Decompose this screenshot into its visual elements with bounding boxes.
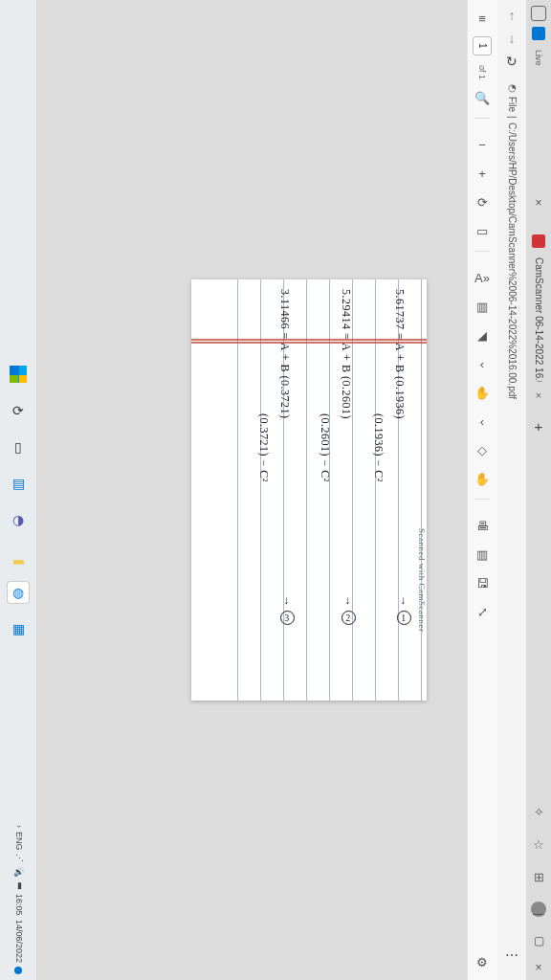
wifi-icon[interactable]: ⋰ bbox=[14, 854, 23, 862]
pdf-page: 5.61737 = A + B (0.1936) (0.1936) − C² →… bbox=[191, 279, 427, 701]
highlight-button[interactable]: ◢ bbox=[474, 326, 491, 344]
close-live-icon[interactable]: × bbox=[535, 196, 541, 210]
minimize-button[interactable]: — bbox=[533, 907, 544, 921]
print-button[interactable]: 🖶 bbox=[474, 517, 491, 534]
zoom-out-button[interactable]: − bbox=[474, 136, 491, 153]
edge-icon[interactable]: ◍ bbox=[8, 582, 29, 603]
notification-dot-icon[interactable] bbox=[14, 967, 22, 974]
page-number-input[interactable]: 1 bbox=[473, 36, 492, 56]
address-bar-area: ↑ ↓ ↻ ◔ File | C:/Users/HP/Desktop/CamSc… bbox=[497, 0, 526, 980]
erase-button[interactable]: ◇ bbox=[474, 441, 491, 458]
ask-copilot-button[interactable]: ✋ bbox=[474, 384, 491, 401]
fullscreen-button[interactable]: ⤢ bbox=[474, 603, 491, 620]
volume-icon[interactable]: 🔊 bbox=[14, 866, 23, 877]
url-sep: | bbox=[507, 116, 518, 119]
url-scheme: File bbox=[507, 97, 518, 112]
equation-1: 5.61737 = A + B (0.1936) bbox=[392, 289, 407, 419]
contents-button[interactable]: ≡ bbox=[474, 10, 491, 27]
refresh-button[interactable]: ↻ bbox=[506, 54, 518, 69]
read-aloud-button[interactable]: A» bbox=[474, 269, 491, 286]
equation-1b: (0.1936) − C² bbox=[371, 413, 386, 482]
system-tray[interactable]: › ENG ⋰ 🔊 ▮ 16:05 14/06/2022 bbox=[14, 825, 23, 974]
taskview-button[interactable]: ▯ bbox=[8, 436, 29, 457]
equation-2b: (0.2601) − C² bbox=[318, 413, 332, 482]
tab-favicon-icon bbox=[532, 234, 545, 248]
two-page-button[interactable]: ▥ bbox=[474, 298, 491, 315]
tab-title[interactable]: CamScanner 06-14-2022 16.00 bbox=[534, 257, 544, 382]
pdf-viewport[interactable]: 5.61737 = A + B (0.1936) (0.1936) − C² →… bbox=[36, 0, 467, 980]
teams-icon[interactable]: ◑ bbox=[8, 509, 29, 530]
settings-button[interactable]: ⚙ bbox=[474, 953, 491, 970]
url-path: C:/Users/HP/Desktop/CamScanner%2006-14-2… bbox=[507, 122, 518, 399]
clock-time[interactable]: 16:05 bbox=[14, 894, 23, 916]
equation-3: 3.11466 = A + B (0.3721) bbox=[277, 289, 292, 418]
close-window-button[interactable]: × bbox=[535, 961, 541, 974]
search-button[interactable]: ⟳ bbox=[8, 400, 29, 421]
clock-date[interactable]: 14/06/2022 bbox=[14, 920, 23, 963]
explorer-icon[interactable]: ▂ bbox=[8, 546, 29, 567]
maximize-button[interactable]: ▢ bbox=[534, 934, 544, 947]
equation-3b: (0.3721) − C² bbox=[256, 413, 271, 482]
store-icon[interactable]: ▦ bbox=[8, 618, 29, 639]
back-button[interactable]: ↑ bbox=[509, 8, 516, 23]
tray-chevron-icon[interactable]: › bbox=[14, 825, 23, 828]
battery-icon[interactable]: ▮ bbox=[14, 880, 23, 890]
page-count-label: of 1 bbox=[477, 65, 487, 79]
save-button[interactable]: 🖫 bbox=[474, 574, 491, 591]
pdf-toolbar: ≡ 1 of 1 🔍 − + ⟳ ▭ A» ▥ ◢ ‹ ✋ ‹ ◇ ✋ 🖶 ▥ … bbox=[467, 0, 497, 980]
zoom-in-button[interactable]: + bbox=[474, 165, 491, 182]
close-tab-button[interactable]: × bbox=[536, 390, 541, 401]
search-button[interactable]: 🔍 bbox=[474, 89, 491, 106]
start-button[interactable] bbox=[8, 364, 29, 385]
new-tab-button[interactable]: + bbox=[535, 418, 543, 434]
tab-actions-button[interactable] bbox=[531, 6, 546, 21]
collections-icon[interactable]: ☆ bbox=[531, 836, 546, 852]
widgets-button[interactable]: ▤ bbox=[8, 473, 29, 494]
layout-button[interactable]: ▥ bbox=[474, 546, 491, 563]
touch-button[interactable]: ✋ bbox=[474, 470, 491, 487]
equation-2: 5.29414 = A + B (0.2601) bbox=[339, 289, 353, 419]
titlebar: Live × CamScanner 06-14-2022 16.00 × + ✧… bbox=[526, 0, 551, 980]
watermark: Scanned with CamScanner bbox=[205, 528, 427, 695]
taskbar: ⟳ ▯ ▤ ◑ ▂ ◍ ▦ › ENG ⋰ 🔊 ▮ 16:05 14/06/20… bbox=[0, 0, 36, 980]
favorites-icon[interactable]: ✧ bbox=[531, 804, 546, 819]
extensions-icon[interactable]: ⊞ bbox=[531, 869, 546, 884]
live-label: Live bbox=[534, 50, 543, 66]
text-select-button[interactable]: ‹ bbox=[474, 412, 491, 430]
rotate-button[interactable]: ⟳ bbox=[474, 193, 491, 211]
app-menu-button[interactable]: ⋯ bbox=[505, 947, 518, 963]
forward-button[interactable]: ↓ bbox=[509, 31, 516, 46]
language-indicator[interactable]: ENG bbox=[14, 832, 23, 851]
address-bar[interactable]: ◔ File | C:/Users/HP/Desktop/CamScanner%… bbox=[507, 82, 518, 399]
draw-button[interactable]: ‹ bbox=[474, 355, 491, 372]
fit-button[interactable]: ▭ bbox=[474, 222, 491, 239]
live-caption-icon[interactable] bbox=[532, 27, 545, 40]
file-icon: ◔ bbox=[507, 82, 518, 93]
